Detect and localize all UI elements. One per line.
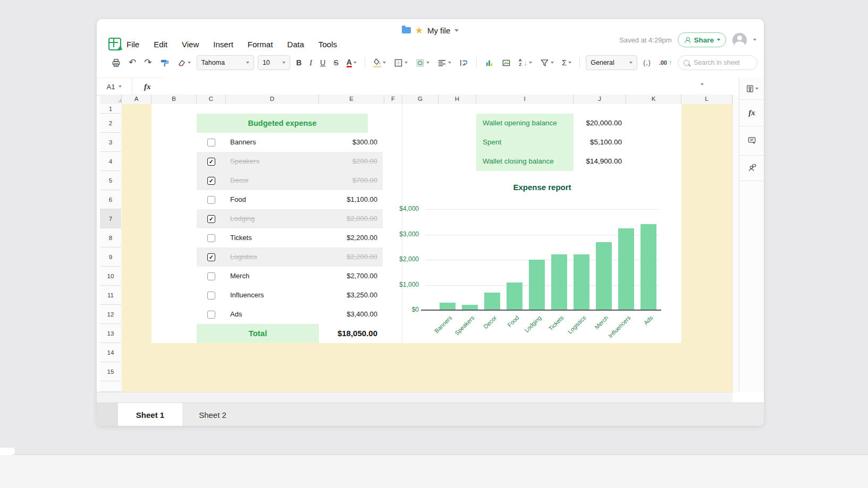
insert-chart-button[interactable]	[483, 57, 496, 69]
column-header-F[interactable]: F	[384, 95, 402, 104]
item-label-cell[interactable]: Logistics	[230, 247, 257, 267]
folder-icon[interactable]	[402, 27, 411, 33]
total-label-cell[interactable]: Total	[197, 324, 319, 343]
budgeted-expense-header-cell[interactable]: Budgeted expense	[197, 114, 368, 133]
wallet-value-cell[interactable]: $14,900.00	[520, 152, 622, 171]
row-header-13[interactable]: 13	[100, 324, 121, 343]
item-label-cell[interactable]: Ads	[230, 305, 242, 324]
column-header-I[interactable]: I	[476, 95, 574, 104]
checkbox-lodging[interactable]: ✓	[207, 215, 215, 223]
row-header-6[interactable]: 6	[100, 190, 121, 209]
fill-color-button[interactable]	[371, 57, 388, 69]
row-header-10[interactable]: 10	[100, 267, 121, 286]
column-header-G[interactable]: G	[402, 95, 439, 104]
item-amount-cell[interactable]: $2,200.00	[347, 247, 377, 267]
row-header-15[interactable]: 15	[100, 362, 121, 381]
item-amount-cell[interactable]: $1,100.00	[347, 190, 377, 209]
select-all-corner[interactable]	[100, 95, 122, 104]
row-header-12[interactable]: 12	[100, 305, 121, 324]
menu-insert[interactable]: Insert	[213, 40, 233, 49]
menu-tools[interactable]: Tools	[318, 40, 337, 49]
title-chevron-down-icon[interactable]	[454, 29, 459, 32]
sum-button[interactable]: Σ	[560, 57, 574, 69]
checkbox-merch[interactable]	[207, 272, 215, 280]
item-amount-cell[interactable]: $3,250.00	[347, 286, 377, 305]
row-header-5[interactable]: 5	[100, 171, 121, 190]
expense-report-chart[interactable]: Expense report $0$1,000$2,000$3,000$4,00…	[388, 178, 675, 343]
horizontal-scrollbar[interactable]	[97, 392, 732, 403]
checkbox-decor[interactable]: ✓	[207, 177, 215, 185]
align-button[interactable]	[435, 57, 453, 69]
comments-panel-button[interactable]	[739, 126, 764, 156]
font-family-select[interactable]: Tahoma	[197, 55, 254, 70]
merge-cells-button[interactable]	[414, 57, 432, 69]
filter-button[interactable]	[538, 57, 556, 69]
total-amount-cell[interactable]: $18,050.00	[319, 324, 377, 343]
item-label-cell[interactable]: Food	[230, 190, 246, 209]
item-amount-cell[interactable]: $2,700.00	[347, 267, 377, 286]
bold-button[interactable]: B	[294, 57, 304, 68]
item-label-cell[interactable]: Lodging	[230, 209, 255, 228]
row-header-14[interactable]: 14	[100, 343, 121, 362]
item-amount-cell[interactable]: $700.00	[352, 171, 377, 190]
item-amount-cell[interactable]: $2,000.00	[347, 209, 377, 228]
underline-button[interactable]: U	[318, 57, 327, 68]
column-header-E[interactable]: E	[319, 95, 384, 104]
redo-button[interactable]: ↷	[142, 57, 154, 69]
print-button[interactable]	[109, 57, 123, 69]
row-header-1[interactable]: 1	[100, 104, 121, 114]
item-label-cell[interactable]: Banners	[230, 133, 256, 152]
formula-bar-expand-chevron-icon[interactable]	[701, 83, 704, 85]
app-logo-icon[interactable]	[108, 38, 121, 50]
comma-style-button[interactable]: (,)	[641, 58, 653, 67]
checkbox-banners[interactable]	[207, 139, 215, 147]
item-label-cell[interactable]: Decor	[230, 171, 249, 190]
sheet-canvas[interactable]: Budgeted expense Banners$300.00✓Speakers…	[122, 104, 732, 392]
share-button[interactable]: Share	[678, 32, 726, 47]
cell-name-box[interactable]: A1	[97, 78, 132, 95]
strikethrough-button[interactable]: S	[331, 57, 340, 68]
sheet-search-box[interactable]	[678, 55, 757, 70]
row-header-11[interactable]: 11	[100, 286, 121, 305]
item-amount-cell[interactable]: $300.00	[352, 133, 377, 152]
undo-button[interactable]: ↶	[127, 57, 138, 69]
checkbox-tickets[interactable]	[207, 234, 215, 242]
checkbox-food[interactable]	[207, 196, 215, 204]
account-chevron-down-icon[interactable]	[753, 39, 756, 41]
row-header-3[interactable]: 3	[100, 133, 121, 152]
item-amount-cell[interactable]: $3,400.00	[347, 305, 377, 324]
column-header-L[interactable]: L	[681, 95, 732, 104]
column-header-B[interactable]: B	[151, 95, 197, 104]
number-format-select[interactable]: General	[586, 55, 637, 70]
item-amount-cell[interactable]: $2,200.00	[347, 228, 377, 247]
menu-format[interactable]: Format	[248, 40, 273, 49]
formula-input[interactable]	[163, 78, 733, 96]
item-label-cell[interactable]: Tickets	[230, 228, 252, 247]
item-label-cell[interactable]: Speakers	[230, 152, 259, 171]
search-input[interactable]	[693, 58, 752, 67]
increase-decimal-button[interactable]: .00↑	[657, 58, 674, 67]
column-header-C[interactable]: C	[197, 95, 226, 104]
sheet-tab-1[interactable]: Sheet 1	[118, 403, 182, 426]
column-header-A[interactable]: A	[122, 95, 151, 104]
star-icon[interactable]: ★	[415, 26, 423, 35]
wallet-value-cell[interactable]: $5,100.00	[520, 133, 622, 152]
avatar[interactable]	[732, 33, 747, 47]
font-color-button[interactable]: A	[344, 57, 359, 69]
document-title[interactable]: My file	[427, 26, 450, 35]
item-label-cell[interactable]: Influencers	[230, 286, 264, 305]
sheet-tab-2[interactable]: Sheet 2	[182, 403, 243, 426]
wallet-value-cell[interactable]: $20,000.00	[520, 114, 622, 133]
menu-file[interactable]: File	[127, 40, 139, 49]
column-header-H[interactable]: H	[439, 95, 476, 104]
item-amount-cell[interactable]: $200.00	[352, 152, 377, 171]
insert-image-button[interactable]	[500, 57, 513, 69]
sheet-view-button[interactable]	[739, 78, 764, 100]
borders-button[interactable]	[392, 57, 410, 69]
item-label-cell[interactable]: Merch	[230, 267, 249, 286]
italic-button[interactable]: I	[307, 57, 314, 69]
column-header-K[interactable]: K	[626, 95, 681, 104]
row-header-2[interactable]: 2	[100, 114, 121, 133]
sort-button[interactable]: AZ ↓	[517, 57, 534, 68]
column-header-J[interactable]: J	[574, 95, 626, 104]
